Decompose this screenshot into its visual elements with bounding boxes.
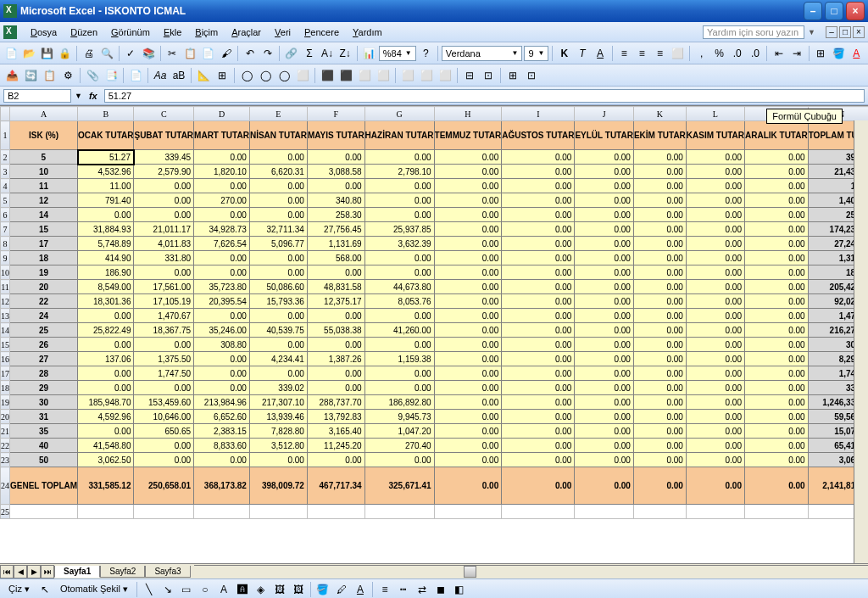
grand-total-cell[interactable]: 0.00	[686, 467, 744, 505]
arrow-style-icon[interactable]: ⇄	[414, 581, 431, 598]
data-cell[interactable]: 0.00	[633, 453, 686, 467]
isk-cell[interactable]: 11	[10, 179, 78, 193]
data-cell[interactable]: 1,375.50	[134, 352, 194, 366]
data-cell[interactable]: 27,756.45	[307, 222, 364, 237]
chart-icon[interactable]: 📊	[361, 45, 377, 62]
minimize-button[interactable]: –	[804, 2, 822, 20]
isk-cell[interactable]: 40	[10, 439, 78, 453]
header-cell[interactable]: OCAK TUTAR	[78, 121, 134, 150]
autoshapes-menu[interactable]: Otomatik Şekil ▾	[55, 582, 133, 596]
data-cell[interactable]: 0.00	[434, 410, 502, 424]
grand-total-cell[interactable]: 0.00	[744, 467, 808, 505]
line-style-icon[interactable]: ≡	[376, 581, 393, 598]
row-header-11[interactable]: 11	[1, 280, 10, 294]
data-cell[interactable]: 0.00	[744, 294, 808, 309]
data-cell[interactable]: 0.00	[633, 338, 686, 352]
data-cell[interactable]: 0.00	[307, 179, 364, 193]
draw-menu[interactable]: Çiz ▾	[3, 582, 35, 596]
data-cell[interactable]: 6,652.60	[194, 410, 250, 424]
picture-icon[interactable]: 🖼	[290, 581, 307, 598]
data-cell[interactable]: 3,632.39	[364, 237, 434, 251]
data-cell[interactable]: 213,984.96	[194, 395, 250, 410]
header-cell[interactable]: ISK (%)	[10, 121, 78, 150]
grand-total-cell[interactable]: 325,671.41	[364, 467, 434, 505]
tab-nav-next-icon[interactable]: ▶	[27, 565, 41, 578]
data-cell[interactable]: 0.00	[194, 352, 250, 366]
data-cell[interactable]: 11.00	[78, 179, 134, 193]
font-color-icon[interactable]: A	[849, 45, 865, 62]
data-cell[interactable]: 0.00	[686, 179, 744, 193]
data-cell[interactable]: 0.00	[633, 280, 686, 294]
help-icon[interactable]: ?	[418, 45, 434, 62]
data-cell[interactable]: 0.00	[686, 352, 744, 366]
data-cell[interactable]: 0.00	[502, 237, 575, 251]
data-cell[interactable]: 4,011.83	[134, 237, 194, 251]
row-header-20[interactable]: 20	[1, 410, 10, 424]
data-cell[interactable]: 0.00	[194, 251, 250, 265]
data-cell[interactable]: 0.00	[744, 453, 808, 467]
data-cell[interactable]: 12,375.17	[307, 294, 364, 309]
data-cell[interactable]: 791.40	[78, 193, 134, 208]
data-cell[interactable]: 0.00	[744, 395, 808, 410]
data-cell[interactable]: 0.00	[686, 280, 744, 294]
data-cell[interactable]: 8,833.60	[194, 439, 250, 453]
data-cell[interactable]: 0.00	[364, 193, 434, 208]
data-cell[interactable]: 0.00	[686, 309, 744, 323]
name-box[interactable]	[3, 89, 71, 103]
data-cell[interactable]: 0.00	[78, 366, 134, 381]
col-header-L[interactable]: L	[686, 107, 744, 121]
data-cell[interactable]: 9,945.73	[364, 410, 434, 424]
data-cell[interactable]: 20,395.54	[194, 294, 250, 309]
data-cell[interactable]: 0.00	[502, 179, 575, 193]
data-cell[interactable]: 0.00	[686, 453, 744, 467]
menu-araçlar[interactable]: Araçlar	[225, 25, 268, 39]
data-cell[interactable]: 0.00	[434, 381, 502, 395]
data-cell[interactable]: 288,737.70	[307, 395, 364, 410]
data-cell[interactable]: 0.00	[575, 294, 634, 309]
data-cell[interactable]: 0.00	[502, 294, 575, 309]
data-cell[interactable]: 48,831.58	[307, 280, 364, 294]
data-cell[interactable]: 0.00	[686, 150, 744, 165]
data-cell[interactable]: 7,626.54	[194, 237, 250, 251]
tool-icon[interactable]: ◯	[238, 67, 255, 84]
data-cell[interactable]: 0.00	[744, 323, 808, 338]
data-cell[interactable]: 0.00	[434, 323, 502, 338]
data-cell[interactable]: 0.00	[307, 150, 364, 165]
isk-cell[interactable]: 30	[10, 395, 78, 410]
data-cell[interactable]: 0.00	[194, 309, 250, 323]
diagram-icon[interactable]: ◈	[253, 581, 270, 598]
menu-görünüm[interactable]: Görünüm	[104, 25, 157, 39]
row-header-21[interactable]: 21	[1, 424, 10, 439]
data-cell[interactable]: 153,459.60	[134, 395, 194, 410]
data-cell[interactable]: 0.00	[307, 381, 364, 395]
tab-nav-first-icon[interactable]: ⏮	[0, 565, 14, 578]
data-cell[interactable]: 0.00	[686, 222, 744, 237]
grand-total-cell[interactable]: 467,717.34	[307, 467, 364, 505]
isk-cell[interactable]: 50	[10, 453, 78, 467]
data-cell[interactable]: 0.00	[502, 453, 575, 467]
data-cell[interactable]: 0.00	[134, 179, 194, 193]
data-cell[interactable]: 0.00	[686, 410, 744, 424]
data-cell[interactable]: 4,592.96	[78, 410, 134, 424]
header-cell[interactable]: EYLÜL TUTAR	[575, 121, 634, 150]
redo-icon[interactable]: ↷	[259, 45, 275, 62]
data-cell[interactable]: 0.00	[575, 395, 634, 410]
data-cell[interactable]: 0.00	[134, 453, 194, 467]
hyperlink-icon[interactable]: 🔗	[283, 45, 299, 62]
data-cell[interactable]: 0.00	[134, 208, 194, 222]
italic-icon[interactable]: T	[574, 45, 590, 62]
data-cell[interactable]: 0.00	[575, 453, 634, 467]
data-cell[interactable]: 5,096.77	[249, 237, 307, 251]
isk-cell[interactable]: 29	[10, 381, 78, 395]
tool-icon[interactable]: ⬜	[375, 67, 392, 84]
data-cell[interactable]: 414.90	[78, 251, 134, 265]
data-cell[interactable]: 0.00	[686, 381, 744, 395]
data-cell[interactable]: 50,086.60	[249, 280, 307, 294]
data-cell[interactable]: 0.00	[575, 381, 634, 395]
isk-cell[interactable]: 35	[10, 424, 78, 439]
data-cell[interactable]: 0.00	[633, 179, 686, 193]
col-header-D[interactable]: D	[194, 107, 250, 121]
data-cell[interactable]: 340.80	[307, 193, 364, 208]
data-cell[interactable]: 32,711.34	[249, 222, 307, 237]
tab-nav-prev-icon[interactable]: ◀	[14, 565, 27, 578]
